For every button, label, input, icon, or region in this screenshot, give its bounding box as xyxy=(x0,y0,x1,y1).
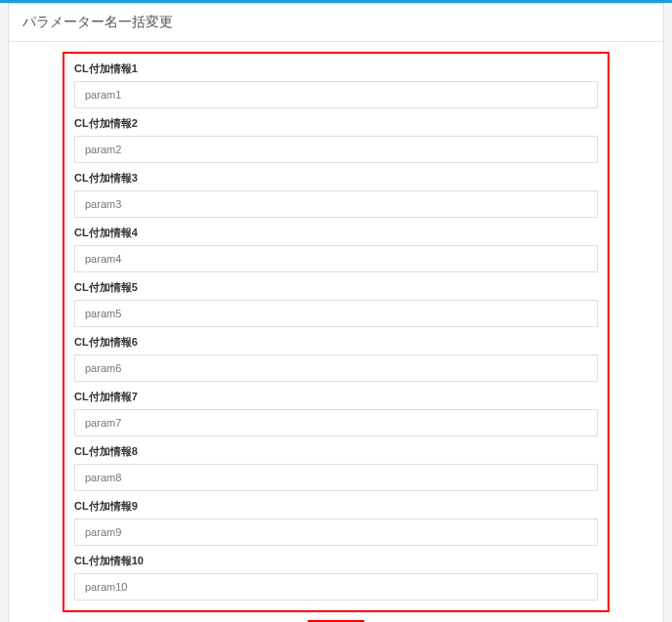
form-group: CL付加情報1 xyxy=(74,62,598,108)
field-label-6: CL付加情報6 xyxy=(74,335,598,350)
form-group: CL付加情報2 xyxy=(74,116,598,163)
field-label-8: CL付加情報8 xyxy=(74,444,598,459)
field-input-7[interactable] xyxy=(74,409,598,436)
field-input-5[interactable] xyxy=(74,300,598,327)
field-label-4: CL付加情報4 xyxy=(74,226,598,240)
panel-header: パラメーター名一括変更 xyxy=(9,4,663,42)
page-title: パラメーター名一括変更 xyxy=(22,14,650,31)
form-group: CL付加情報7 xyxy=(74,390,598,436)
form-group: CL付加情報6 xyxy=(74,335,598,382)
form-highlight-area: CL付加情報1 CL付加情報2 CL付加情報3 CL付加情報4 CL付加情報5 xyxy=(63,52,609,612)
field-input-4[interactable] xyxy=(74,245,598,272)
form-group: CL付加情報10 xyxy=(74,554,598,601)
form-group: CL付加情報9 xyxy=(74,499,598,546)
form-group: CL付加情報5 xyxy=(74,280,598,327)
field-input-8[interactable] xyxy=(74,464,598,491)
form-group: CL付加情報4 xyxy=(74,226,598,272)
field-label-3: CL付加情報3 xyxy=(74,171,598,186)
field-label-10: CL付加情報10 xyxy=(74,554,598,568)
parameter-rename-panel: パラメーター名一括変更 CL付加情報1 CL付加情報2 CL付加情報3 CL付加… xyxy=(8,3,664,622)
field-input-2[interactable] xyxy=(74,136,598,163)
field-label-7: CL付加情報7 xyxy=(74,390,598,404)
field-input-10[interactable] xyxy=(74,573,598,601)
field-input-3[interactable] xyxy=(74,190,598,218)
field-label-9: CL付加情報9 xyxy=(74,499,598,514)
field-label-1: CL付加情報1 xyxy=(74,62,598,76)
field-input-9[interactable] xyxy=(74,518,598,546)
form-group: CL付加情報3 xyxy=(74,171,598,218)
field-input-1[interactable] xyxy=(74,81,598,108)
form-group: CL付加情報8 xyxy=(74,444,598,491)
panel-body: CL付加情報1 CL付加情報2 CL付加情報3 CL付加情報4 CL付加情報5 xyxy=(9,42,663,622)
field-label-5: CL付加情報5 xyxy=(74,280,598,295)
field-input-6[interactable] xyxy=(74,354,598,382)
field-label-2: CL付加情報2 xyxy=(74,116,598,131)
